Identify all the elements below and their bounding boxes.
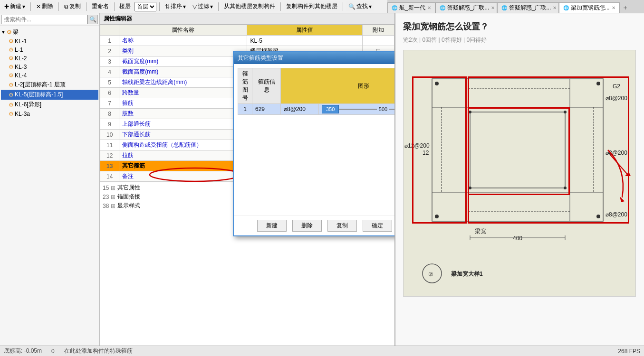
- dialog-col-info: 箍筋信息: [252, 68, 281, 104]
- search-input[interactable]: [1, 15, 87, 24]
- copy-button[interactable]: ⧉ 复制: [62, 1, 83, 11]
- diagram-mid-num: 500: [377, 106, 389, 112]
- dialog-row-id[interactable]: 629: [252, 104, 281, 115]
- status-bar: 底标高: -0.05m 0 在此处添加构件的特殊箍筋 268 FPS: [0, 346, 644, 356]
- tree-item-kl1[interactable]: ⚙ KL-1: [1, 37, 98, 46]
- center-panel: 属性编辑器 箍筋图 1# 工: [100, 13, 394, 346]
- tree-item-kl6[interactable]: ⚙ KL-6[异形]: [1, 100, 98, 110]
- tab-1-label: 航_新一代: [399, 4, 425, 12]
- dialog-titlebar: 其它箍筋类型设置 ✕: [234, 52, 394, 64]
- sep7: [280, 2, 281, 11]
- floor-select[interactable]: 首层: [135, 2, 156, 11]
- tab-3-close[interactable]: ✕: [553, 5, 557, 10]
- sort-dropdown-icon: ▾: [183, 3, 186, 10]
- tree-item-label: KL-5(层顶标高-1.5]: [15, 91, 63, 99]
- prop-name: 其它箍筋: [119, 161, 247, 171]
- copy-icon: ⧉: [64, 3, 68, 10]
- tree-item-icon: ⚙: [9, 64, 14, 70]
- tree-item-kl3[interactable]: ⚙ KL-3: [1, 63, 98, 71]
- new-button[interactable]: ✚ 新建 ▾: [2, 1, 28, 11]
- new-tab-button[interactable]: +: [620, 2, 631, 13]
- tab-2-close[interactable]: ✕: [491, 5, 495, 10]
- prop-add: [362, 36, 394, 46]
- tree-item-kl5[interactable]: ⚙ KL-5(层顶标高-1.5]: [1, 90, 98, 100]
- svg-point-15: [469, 187, 471, 189]
- copy-to-button[interactable]: 复制构件到其他楼层: [284, 1, 340, 11]
- tab-1[interactable]: 🌐 航_新一代 ✕: [387, 2, 435, 13]
- dialog-copy-button[interactable]: 复制: [327, 220, 357, 232]
- status-tip-label: 在此处添加构件的特殊箍筋: [64, 347, 133, 355]
- svg-text:梁加宽大样1: 梁加宽大样1: [451, 271, 483, 277]
- tree-item-l1[interactable]: ⚙ L-1: [1, 46, 98, 54]
- prop-name: 拉筋: [119, 150, 247, 161]
- search-button[interactable]: 🔍: [87, 15, 98, 24]
- tab-1-close[interactable]: ✕: [427, 5, 431, 10]
- status-fps-label: 268 FPS: [618, 348, 640, 355]
- status-pos: 0: [51, 348, 55, 355]
- tree-root[interactable]: ▼ ⚙ 梁: [1, 27, 98, 37]
- status-floor: 底标高: -0.05m: [4, 347, 42, 355]
- tree-item-label: KL-6[异形]: [15, 101, 41, 109]
- dialog-ok-button[interactable]: 确定: [363, 220, 392, 232]
- sep1: [30, 2, 31, 11]
- copy-from-button[interactable]: 从其他楼层复制构件: [221, 1, 278, 11]
- sort-button[interactable]: ⇅ 排序 ▾: [163, 1, 188, 11]
- tree-root-label: 梁: [13, 28, 19, 36]
- dialog-row-info[interactable]: ⌀8@200: [281, 104, 319, 115]
- prop-name: 名称: [119, 36, 247, 46]
- left-panel: 🔍 ▼ ⚙ 梁 ⚙ KL-1 ⚙ L-1 ⚙ KL-2 ⚙ KL-3: [0, 13, 100, 346]
- browser-content: 梁加宽钢筋怎么设置？ 览2次 | 0回答 | 0答得好 | 0问得好: [395, 13, 644, 346]
- prop-name: 上部通长筋: [119, 119, 247, 130]
- status-fps: 268 FPS: [618, 348, 640, 355]
- find-dropdown-icon: ▾: [369, 3, 372, 10]
- svg-text:⌀12@200: ⌀12@200: [404, 142, 430, 149]
- svg-point-10: [596, 82, 600, 85]
- dialog-other-stirrup: 其它箍筋类型设置 ✕ 箍筋图号 箍筋信息 图形: [233, 51, 394, 236]
- right-panel: 梁加宽钢筋怎么设置？ 览2次 | 0回答 | 0答得好 | 0问得好: [394, 13, 644, 346]
- prop-row-1: 1 名称 KL-5: [100, 36, 394, 46]
- tree-expand-icon: ▼: [1, 29, 6, 35]
- tree-item-kl2[interactable]: ⚙ KL-2: [1, 54, 98, 63]
- article-image-area: ⌀12@200 G2 ⌀8@200 ⌀8@200 ⌀8@200 梁宽 400: [403, 50, 636, 297]
- prop-name: 箍筋: [119, 98, 247, 109]
- svg-text:G2: G2: [613, 83, 620, 90]
- dialog-row-1: 1 629 ⌀8@200 350 500 550: [238, 104, 395, 115]
- dialog-delete-button[interactable]: 删除: [292, 220, 322, 232]
- sep3: [86, 2, 87, 11]
- svg-point-16: [564, 187, 567, 189]
- tab-4-label: 梁加宽钢筋怎...: [571, 4, 610, 12]
- filter-button[interactable]: ▽ 过滤 ▾: [190, 1, 215, 11]
- delete-button[interactable]: ✕ 删除: [34, 1, 56, 11]
- status-pos-label: 0: [51, 348, 55, 355]
- new-icon: ✚: [4, 3, 9, 10]
- prop-editor-title: 属性编辑器: [100, 13, 394, 25]
- diagram-line2: [389, 109, 394, 110]
- prop-name: 轴线距梁左边线距离(mm): [119, 77, 247, 88]
- prop-name: 截面高度(mm): [119, 67, 247, 77]
- tab-3[interactable]: 🌐 答疑解惑_广联... ✕: [497, 2, 559, 13]
- prop-value[interactable]: KL-5: [247, 36, 362, 46]
- tree-item-l2[interactable]: ⚙ L-2[层顶标高-1 层顶: [1, 80, 98, 90]
- tab-2[interactable]: 🌐 答疑解惑_广联... ✕: [435, 2, 497, 13]
- dialog-col-num: 箍筋图号: [238, 68, 252, 104]
- dropdown-icon: ▾: [22, 3, 25, 10]
- rename-button[interactable]: 重命名: [89, 1, 111, 11]
- dialog-new-button[interactable]: 新建: [257, 220, 287, 232]
- article-meta: 览2次 | 0回答 | 0答得好 | 0问得好: [403, 36, 636, 44]
- tab-4-close[interactable]: ✕: [612, 5, 615, 10]
- tab-4[interactable]: 🌐 梁加宽钢筋怎... ✕: [559, 2, 620, 13]
- svg-text:12: 12: [423, 150, 429, 156]
- tree-item-icon: ⚙: [9, 102, 14, 108]
- article-title: 梁加宽钢筋怎么设置？: [403, 21, 636, 32]
- sep6: [218, 2, 219, 11]
- dialog-row-num: 1: [238, 104, 252, 115]
- tree-item-label: KL-4: [15, 72, 27, 79]
- find-button[interactable]: 🔍 查找 ▾: [346, 1, 374, 11]
- tree-item-kl3a[interactable]: ⚙ KL-3a: [1, 110, 98, 118]
- prop-name: 类别: [119, 46, 247, 56]
- svg-point-12: [596, 215, 600, 218]
- sep4: [114, 2, 115, 11]
- dialog-col-shape: 图形: [281, 68, 395, 104]
- tree-item-kl4[interactable]: ⚙ KL-4: [1, 71, 98, 80]
- tab-2-label: 答疑解惑_广联...: [447, 4, 490, 12]
